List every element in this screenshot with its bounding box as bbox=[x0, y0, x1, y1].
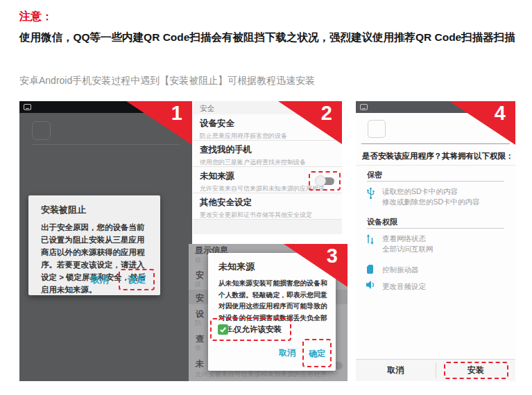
unknown-sources-dialog: 未知来源 从未知来源安装可能损害您的设备和个人数据。轻敲确定，即表示您同意对因使… bbox=[208, 253, 336, 371]
permission-text: 更改音频设定 bbox=[382, 281, 426, 292]
screenshot-icon bbox=[24, 104, 31, 110]
confirm-button-highlight: 确定 bbox=[302, 339, 332, 367]
divider bbox=[361, 143, 510, 144]
screenshot-step1: 1 4G 7:4 安装被阻止 出于安全原因，您的设备当前已设置为阻止安装从三星应… bbox=[19, 101, 192, 381]
instruction-text: 安卓Android手机安装过程中遇到【安装被阻止】可根据教程迅速安装 bbox=[19, 75, 315, 87]
allow-once-checkbox[interactable] bbox=[218, 324, 228, 335]
install-button-highlight bbox=[444, 362, 508, 379]
check-icon bbox=[219, 326, 227, 333]
setting-item-find-my-phone[interactable]: 查找我的手机 使用您的三星账户远程查找并控制设备 bbox=[193, 141, 342, 167]
dialog-title: 未知来源 bbox=[218, 261, 255, 273]
dialog-title: 安装被阻止 bbox=[41, 204, 86, 216]
note-label: 注意： bbox=[19, 10, 53, 24]
app-icon-placeholder bbox=[32, 121, 51, 140]
dialog-button-bar: 取消 安装 bbox=[356, 359, 515, 381]
permission-text: 控制振动器 bbox=[382, 265, 419, 275]
section-privacy: 保密 bbox=[367, 170, 382, 180]
dimmed-text: 在 bbox=[195, 256, 202, 265]
cancel-button[interactable]: 取消 bbox=[279, 347, 295, 359]
divider bbox=[367, 228, 504, 229]
screenshot-step3: 显示信息 在 安 设 安 设 防 查 使 未 允许安装来自可信来源和未知来源的应… bbox=[189, 244, 347, 381]
install-question: 是否安装该应用程序？其将拥有以下权限： bbox=[362, 151, 514, 161]
step-badge-4: 4 bbox=[449, 101, 515, 145]
dimmed-text: 未 bbox=[196, 358, 204, 370]
screenshot-step4: 1 4G 7:4 是否安装该应用程序？其将拥有以下权限： 保密 bbox=[356, 101, 515, 381]
divider bbox=[32, 144, 180, 145]
settings-button-highlight: 设定 bbox=[119, 269, 155, 290]
checkbox-label: 仅允许该安装 bbox=[234, 324, 282, 335]
cancel-button[interactable]: 取消 bbox=[356, 360, 436, 381]
confirm-button[interactable]: 确定 bbox=[309, 349, 325, 358]
network-arrows-icon bbox=[366, 234, 377, 246]
settings-button[interactable]: 设定 bbox=[128, 274, 146, 285]
setting-item-unknown-sources[interactable]: 未知来源 允许安装来自可信来源和未知来源的应用程序 bbox=[193, 167, 342, 193]
dimmed-text: 防 bbox=[195, 319, 202, 328]
divider bbox=[367, 181, 504, 182]
setting-item-other-security[interactable]: 其他安全设定 更改安全更新和证书存储等其他安全设定 bbox=[193, 193, 342, 220]
dimmed-text: 设 bbox=[195, 280, 202, 289]
vibration-icon bbox=[366, 263, 377, 276]
warning-text: 使用微信，QQ等一些内建QR Code扫描会有被阻挡下载之状况，强烈建议使用推荐… bbox=[19, 28, 521, 46]
install-blocked-dialog: 安装被阻止 出于安全原因，您的设备当前已设置为阻止安装从三星应用商店以外的来源获… bbox=[28, 195, 160, 295]
screenshot-step2: 安全 设备安全 防止恶意应用程序损害您的设备 查找我的手机 使用您的三星账户远程… bbox=[193, 101, 342, 234]
divider bbox=[356, 165, 515, 166]
security-section-header: 安全 bbox=[200, 104, 214, 114]
unknown-sources-toggle[interactable] bbox=[315, 175, 334, 186]
cancel-button[interactable]: 取消 bbox=[91, 274, 109, 286]
screenshot-icon bbox=[360, 104, 368, 110]
toggle-highlight bbox=[309, 171, 341, 191]
permission-text: 查看网络状态 全部访问互联网 bbox=[382, 234, 434, 254]
dimmed-text: 使 bbox=[195, 344, 202, 353]
permission-text: 读取您的SD卡中的内容 修改或删除您的SD卡中的内容 bbox=[382, 186, 480, 207]
dimmed-text: 允许安装来自可信来源和未知来源的应用程序 bbox=[195, 370, 327, 379]
app-icon-placeholder bbox=[368, 120, 386, 138]
checkbox-highlight: 仅允许该安装 bbox=[210, 318, 291, 341]
audio-settings-icon bbox=[366, 280, 377, 292]
step-badge-1: 1 bbox=[126, 101, 192, 145]
usb-storage-icon bbox=[366, 186, 377, 199]
tutorial-page: 注意： 使用微信，QQ等一些内建QR Code扫描会有被阻挡下载之状况，强烈建议… bbox=[0, 0, 532, 395]
section-device-permissions: 设备权限 bbox=[367, 217, 397, 227]
dimmed-text: 安 bbox=[196, 292, 204, 304]
